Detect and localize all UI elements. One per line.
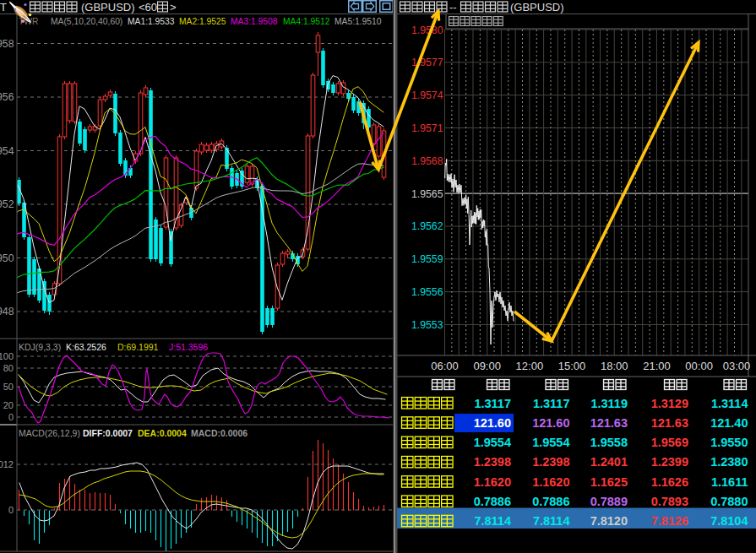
svg-text:MA5:1.9510: MA5:1.9510 [334,17,382,26]
svg-text:1.954: 1.954 [0,145,14,157]
svg-text:121.63: 121.63 [590,416,628,430]
svg-text:1.3129: 1.3129 [651,397,688,410]
svg-text:KDJ(9,3,3): KDJ(9,3,3) [19,342,61,352]
svg-text:MACD(26,12,9): MACD(26,12,9) [19,428,80,438]
svg-text:1.3114: 1.3114 [711,397,748,410]
svg-text:06:00: 06:00 [431,360,459,372]
svg-text:--: -- [449,1,457,14]
svg-text:7.8126: 7.8126 [651,514,688,528]
svg-text:MA1:1.9533: MA1:1.9533 [128,17,175,26]
svg-text:0.7880: 0.7880 [710,495,748,508]
svg-text:00:00: 00:00 [685,360,713,372]
svg-text:DIFF:0.0007: DIFF:0.0007 [83,428,133,438]
svg-text:80: 80 [3,363,14,373]
svg-text:1.956: 1.956 [0,91,14,103]
svg-text:50: 50 [3,382,14,392]
svg-text:1.1625: 1.1625 [590,475,628,489]
svg-text:0.0012: 0.0012 [0,459,14,469]
svg-text:1.2398: 1.2398 [474,455,511,469]
svg-text:D:69.1991: D:69.1991 [117,342,159,352]
svg-text:1.9559: 1.9559 [411,253,443,265]
svg-text:1.2398: 1.2398 [532,455,569,469]
svg-text:0.7886: 0.7886 [474,495,511,508]
svg-text:1.1611: 1.1611 [711,475,748,489]
svg-text:1.9580: 1.9580 [411,24,443,36]
svg-text:(GBPUSD): (GBPUSD) [81,1,135,14]
svg-text:1.9562: 1.9562 [411,220,443,232]
svg-text:0.7886: 0.7886 [532,495,569,508]
svg-text:DEA:0.0004: DEA:0.0004 [138,428,187,438]
svg-text:1.952: 1.952 [0,198,14,210]
svg-text:1.9558: 1.9558 [590,436,628,449]
svg-text:0.7889: 0.7889 [590,495,628,508]
svg-text:1.9556: 1.9556 [411,286,443,298]
svg-text:1.2399: 1.2399 [651,455,688,469]
svg-text:1.9553: 1.9553 [411,319,443,331]
svg-text:121.60: 121.60 [474,416,511,430]
svg-text:7.8114: 7.8114 [474,514,511,528]
svg-text:MA(5,10,20,40,60): MA(5,10,20,40,60) [51,17,122,26]
svg-text:1.958: 1.958 [0,38,14,50]
svg-text:1.3117: 1.3117 [474,397,511,410]
svg-text:0: 0 [8,505,14,515]
svg-text:1.9550: 1.9550 [710,436,748,449]
svg-text:MA3:1.9508: MA3:1.9508 [231,17,278,26]
svg-text:(GBPUSD): (GBPUSD) [510,1,564,14]
svg-text:MA4:1.9512: MA4:1.9512 [283,17,330,26]
svg-text:K:63.2526: K:63.2526 [66,342,106,352]
svg-text:18:00: 18:00 [601,360,628,372]
svg-text:<60: <60 [139,1,157,14]
svg-text:1.9565: 1.9565 [411,188,443,200]
svg-text:1.1620: 1.1620 [532,475,569,489]
svg-text:1.950: 1.950 [0,252,14,264]
svg-text:1.9569: 1.9569 [651,436,688,449]
svg-text:MACD:0.0006: MACD:0.0006 [191,428,247,438]
svg-text:12:00: 12:00 [516,360,544,372]
svg-text:121.40: 121.40 [710,416,748,430]
svg-text:0.7893: 0.7893 [651,495,688,508]
svg-text:0: 0 [8,412,14,422]
svg-text:1.1626: 1.1626 [651,475,688,489]
svg-text:09:00: 09:00 [473,360,501,372]
svg-text:1.3117: 1.3117 [533,397,570,410]
svg-text:7.8120: 7.8120 [590,514,628,528]
svg-text:>: > [170,1,177,14]
svg-text:1.9554: 1.9554 [474,436,511,449]
svg-text:7.8114: 7.8114 [533,514,570,528]
svg-text:121.60: 121.60 [532,416,569,430]
svg-text:1.9568: 1.9568 [411,155,443,167]
svg-text:03:00: 03:00 [723,360,751,372]
svg-text:T: T [0,1,7,14]
svg-text:1.948: 1.948 [0,306,14,317]
svg-text:100: 100 [0,351,14,361]
svg-text:1.2380: 1.2380 [710,455,748,469]
svg-text:1.3119: 1.3119 [590,397,628,410]
svg-text:1.9571: 1.9571 [411,122,443,134]
svg-text:1.9554: 1.9554 [532,436,569,449]
svg-text:MA2:1.9525: MA2:1.9525 [179,17,226,26]
svg-text:15:00: 15:00 [558,360,586,372]
svg-text:J:51.3596: J:51.3596 [169,342,208,352]
svg-text:1.1620: 1.1620 [474,475,511,489]
svg-text:20: 20 [3,400,14,410]
svg-text:21:00: 21:00 [643,360,671,372]
svg-text:1.2401: 1.2401 [590,455,628,469]
svg-text:121.63: 121.63 [651,416,688,430]
svg-text:7.8104: 7.8104 [710,514,748,528]
svg-text:1.9574: 1.9574 [411,89,443,101]
